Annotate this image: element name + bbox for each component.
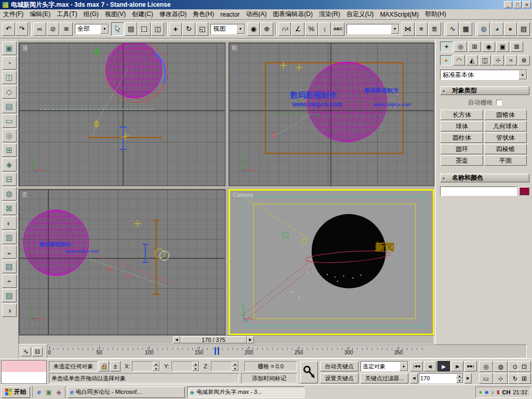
keyboard-override-button[interactable]: ABC <box>331 22 344 36</box>
button-sphere[interactable]: 球体 <box>441 121 483 131</box>
key-mode-dropdown[interactable]: 选定对象 ▼ <box>361 361 408 371</box>
quick-launch-desktop-icon[interactable]: ▣ <box>45 388 53 396</box>
left-toolbar-icon-8[interactable]: ⊞ <box>2 143 17 157</box>
subtab-spacewarps[interactable]: ≈ <box>505 55 517 65</box>
left-toolbar-icon-13[interactable]: ◐ <box>2 216 17 230</box>
tab-modify[interactable]: ◎ <box>454 42 467 52</box>
menu-maxscript[interactable]: MAXScript(M) <box>377 10 422 19</box>
mirror-button[interactable]: ⋈ <box>402 22 415 36</box>
listener-macro-row[interactable] <box>2 361 46 372</box>
subtab-geometry[interactable]: ● <box>440 55 452 65</box>
key-filters-button[interactable]: 关键点过滤器... <box>361 373 408 383</box>
x-coordinate-field[interactable] <box>132 363 153 369</box>
viewport-left[interactable]: 左 数码影视制作 www.svipcn.com xz <box>19 189 225 335</box>
z-coordinate-field[interactable] <box>211 363 232 369</box>
curve-editor-button[interactable]: ∿ <box>446 22 459 36</box>
tab-create[interactable]: + <box>440 42 453 52</box>
mini-curve-editor-button[interactable]: ∿ <box>21 347 31 356</box>
undo-button[interactable]: ↶ <box>2 22 15 36</box>
snap-toggle-button[interactable]: ∩3 <box>278 22 291 36</box>
rollout-object-type[interactable]: - 对象类型 <box>440 86 529 95</box>
maxscript-mini-listener[interactable] <box>1 360 47 384</box>
subtab-shapes[interactable]: ◠ <box>453 55 465 65</box>
pan-button[interactable]: ⊹ <box>494 373 508 384</box>
current-frame-field[interactable] <box>419 375 456 381</box>
autogrid-checkbox[interactable] <box>496 100 502 105</box>
schematic-view-button[interactable]: ▦ <box>459 22 472 36</box>
tab-hierarchy[interactable]: ⊞ <box>468 42 481 52</box>
left-toolbar-icon-2[interactable]: ◔ <box>2 56 17 70</box>
ref-coord-dropdown[interactable]: 视图 ▼ <box>210 24 245 34</box>
quick-launch-ie-icon[interactable]: e <box>35 388 43 396</box>
link-button[interactable]: ∞ <box>33 22 46 36</box>
bind-spacewarp-button[interactable]: ≋ <box>60 22 73 36</box>
selection-lock-button[interactable] <box>99 361 109 371</box>
button-plane[interactable]: 平面 <box>484 155 527 166</box>
previous-key-button[interactable]: ◀| <box>424 361 436 371</box>
minimize-button[interactable]: _ <box>504 1 512 8</box>
next-key-button[interactable]: |▶ <box>451 361 463 371</box>
named-selection-dropdown[interactable]: ▼ <box>347 24 400 34</box>
tab-utilities[interactable]: ⊠ <box>510 42 523 52</box>
scale-button[interactable]: ◱ <box>196 22 209 36</box>
menu-customize[interactable]: 自定义(U) <box>343 9 377 20</box>
left-toolbar-icon-14[interactable]: ▥ <box>2 231 17 244</box>
viewport-top[interactable]: 顶 xy <box>19 43 225 186</box>
button-teapot[interactable]: 茶壶 <box>441 155 483 166</box>
unlink-button[interactable]: ⊘ <box>47 22 60 36</box>
min-max-toggle-button[interactable]: ⊞ <box>517 373 531 384</box>
redo-button[interactable]: ↷ <box>16 22 29 36</box>
menu-help[interactable]: 帮助(H) <box>422 9 449 20</box>
select-by-name-button[interactable]: ▤ <box>125 22 138 36</box>
tray-icon-2[interactable]: ◆ <box>485 389 489 395</box>
subtab-systems[interactable]: ⊛ <box>518 55 530 65</box>
button-pyramid[interactable]: 四棱锥 <box>484 144 527 154</box>
menu-reactor[interactable]: reactor <box>217 10 243 19</box>
rollout-name-color[interactable]: - 名称和颜色 <box>440 174 529 182</box>
left-toolbar-icon-17[interactable]: ◓ <box>2 274 17 288</box>
use-center-button[interactable]: ◉ <box>247 22 260 36</box>
button-geosphere[interactable]: 几何球体 <box>484 121 527 131</box>
frame-spinner[interactable]: ▲▼ <box>456 374 463 383</box>
menu-tools[interactable]: 工具(T) <box>54 9 80 20</box>
rotate-button[interactable]: ↻ <box>182 22 195 36</box>
left-toolbar-icon-6[interactable]: ▭ <box>2 114 17 128</box>
current-frame-marker[interactable] <box>215 347 219 355</box>
time-slider-track[interactable]: ◀ 170 / 375 ▶ <box>19 335 434 344</box>
go-to-start-button[interactable]: |◀◀ <box>410 361 423 371</box>
set-key-mode-button[interactable] <box>300 361 318 383</box>
quick-launch-media-icon[interactable]: ◈ <box>55 388 63 396</box>
add-time-tag[interactable]: 添加时间标记 <box>241 373 297 383</box>
zoom-extents-all-button[interactable]: ⊡ <box>517 361 531 372</box>
manipulate-button[interactable]: ⊕ <box>260 22 273 36</box>
zoom-all-button[interactable]: ◍ <box>494 361 508 372</box>
button-cylinder[interactable]: 圆柱体 <box>441 132 483 143</box>
left-toolbar-icon-10[interactable]: ⊟ <box>2 172 17 186</box>
left-toolbar-icon-7[interactable]: ◎ <box>2 129 17 142</box>
left-toolbar-icon-19[interactable]: ◑ <box>2 303 17 317</box>
align-button[interactable]: ≡ <box>415 22 428 36</box>
subtab-lights[interactable]: ◭ <box>466 55 478 65</box>
time-slider-handle[interactable]: 170 / 375 <box>180 336 247 343</box>
left-toolbar-icon-18[interactable]: ▨ <box>2 289 17 302</box>
move-button[interactable]: + <box>169 22 182 36</box>
left-toolbar-icon-1[interactable]: ▣ <box>2 42 17 55</box>
menu-create[interactable]: 创建(C) <box>129 9 156 20</box>
material-editor-button[interactable]: ◍ <box>477 22 490 36</box>
percent-snap-button[interactable]: % <box>305 22 318 36</box>
time-slider-prev-button[interactable]: ◀ <box>173 336 180 343</box>
go-to-end-button[interactable]: ▶▶| <box>464 361 477 371</box>
task-button-3dsmax[interactable]: ◈ 电城新闻片头字.max - 3... <box>187 387 304 398</box>
tab-motion[interactable]: ◉ <box>482 42 495 52</box>
close-button[interactable]: × <box>523 1 531 8</box>
menu-graph-editors[interactable]: 图表编辑器(D) <box>270 9 316 20</box>
y-spinner[interactable]: ▲▼ <box>192 362 199 371</box>
left-toolbar-icon-16[interactable]: ▧ <box>2 260 17 273</box>
set-key-button[interactable]: 设置关键点 <box>320 373 358 383</box>
render-scene-button[interactable]: ◕ <box>490 22 503 36</box>
button-box[interactable]: 长方体 <box>441 110 483 120</box>
viewport-camera[interactable]: Camera 新闻 xy <box>229 189 434 335</box>
next-frame-button[interactable]: ▶ <box>464 373 472 383</box>
play-button[interactable]: ▶ <box>437 361 450 371</box>
subtab-helpers[interactable]: ⊹ <box>492 55 504 65</box>
